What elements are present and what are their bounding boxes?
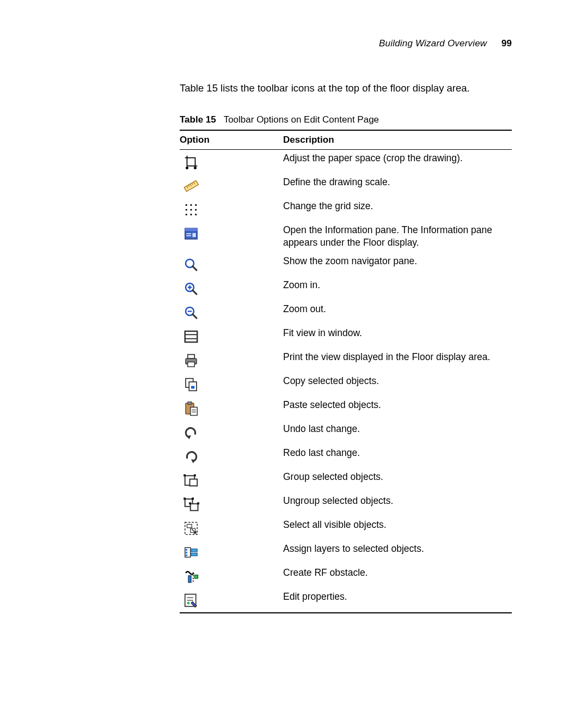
- row-desc: Create RF obstacle.: [283, 564, 512, 588]
- svg-point-0: [186, 167, 188, 169]
- table-row: Edit properties.: [180, 588, 512, 613]
- intro-text: Table 15 lists the toolbar icons at the …: [180, 82, 512, 95]
- table-row: Adjust the paper space (crop the drawing…: [180, 150, 512, 174]
- table-row: Assign layers to selected objects.: [180, 540, 512, 564]
- svg-point-12: [190, 209, 192, 210]
- row-desc: Edit properties.: [283, 588, 512, 613]
- svg-rect-42: [191, 407, 198, 415]
- svg-rect-18: [185, 228, 198, 231]
- svg-rect-61: [186, 549, 187, 550]
- svg-rect-56: [197, 502, 199, 504]
- redo-icon: [183, 448, 199, 465]
- svg-point-14: [186, 214, 187, 215]
- paste-icon: [183, 400, 199, 417]
- table-row: Redo last change.: [180, 445, 512, 468]
- table-row: Change the grid size.: [180, 198, 512, 222]
- zoom-out-icon: [183, 305, 199, 321]
- table-row: Open the Information pane. The Informati…: [180, 222, 512, 253]
- print-icon: [183, 352, 199, 369]
- svg-line-27: [193, 290, 197, 294]
- crop-icon: [183, 154, 199, 170]
- svg-rect-41: [188, 401, 192, 404]
- table-title: Toolbar Options on Edit Content Page: [224, 114, 379, 125]
- svg-rect-36: [188, 362, 195, 367]
- svg-point-15: [190, 214, 192, 215]
- table-row: Show the zoom navigator pane.: [180, 253, 512, 277]
- row-desc: Show the zoom navigator pane.: [283, 253, 512, 277]
- col-header-option: Option: [180, 130, 283, 150]
- svg-line-23: [193, 266, 197, 270]
- svg-point-13: [195, 209, 197, 210]
- copy-icon: [183, 376, 199, 393]
- table-row: Zoom in.: [180, 277, 512, 301]
- select-all-icon: [183, 520, 199, 537]
- row-desc: Redo last change.: [283, 445, 512, 468]
- edit-properties-icon: [183, 592, 199, 608]
- table-row: Print the view displayed in the Floor di…: [180, 349, 512, 373]
- row-desc: Select all visible objects.: [283, 516, 512, 540]
- svg-point-72: [187, 601, 190, 604]
- ungroup-icon: [183, 496, 199, 513]
- col-header-description: Description: [283, 130, 512, 150]
- section-title: Building Wizard Overview: [379, 38, 487, 48]
- ruler-icon: [183, 178, 199, 194]
- row-desc: Paste selected objects.: [283, 397, 512, 421]
- svg-rect-64: [191, 549, 197, 551]
- table-row: Group selected objects.: [180, 468, 512, 492]
- svg-rect-62: [186, 551, 187, 553]
- row-desc: Open the Information pane. The Informati…: [283, 222, 512, 253]
- undo-icon: [183, 424, 199, 441]
- svg-rect-58: [187, 524, 192, 527]
- svg-point-1: [194, 167, 197, 169]
- rf-obstacle-icon: [183, 568, 199, 585]
- running-header: Building Wizard Overview 99: [180, 38, 512, 49]
- row-desc: Change the grid size.: [283, 198, 512, 222]
- fit-view-icon: [183, 328, 199, 345]
- page-number: 99: [501, 38, 512, 48]
- zoom-in-icon: [183, 281, 199, 297]
- svg-rect-53: [183, 497, 186, 500]
- svg-rect-63: [186, 554, 187, 556]
- table-row: Zoom out.: [180, 301, 512, 325]
- svg-point-10: [195, 204, 197, 206]
- svg-point-16: [195, 214, 197, 215]
- zoom-navigator-icon: [183, 257, 199, 273]
- row-desc: Fit view in window.: [283, 325, 512, 349]
- grid-icon: [183, 202, 199, 218]
- svg-rect-55: [189, 502, 191, 504]
- row-desc: Copy selected objects.: [283, 373, 512, 397]
- row-desc: Undo last change.: [283, 421, 512, 445]
- svg-point-11: [186, 209, 187, 210]
- table-row: Copy selected objects.: [180, 373, 512, 397]
- svg-rect-66: [188, 575, 191, 582]
- table-caption: Table 15 Toolbar Options on Edit Content…: [180, 114, 512, 125]
- row-desc: Ungroup selected objects.: [283, 492, 512, 516]
- row-desc: Define the drawing scale.: [283, 174, 512, 198]
- svg-rect-48: [190, 479, 198, 486]
- svg-rect-68: [194, 575, 198, 578]
- svg-rect-21: [193, 233, 196, 238]
- table-row: Define the drawing scale.: [180, 174, 512, 198]
- svg-line-30: [193, 314, 197, 318]
- info-pane-icon: [183, 226, 199, 242]
- svg-rect-49: [183, 474, 186, 476]
- layers-icon: [183, 544, 199, 561]
- table-row: Ungroup selected objects.: [180, 492, 512, 516]
- table-row: Fit view in window.: [180, 325, 512, 349]
- svg-rect-52: [191, 503, 198, 510]
- svg-rect-31: [185, 331, 198, 342]
- svg-point-9: [190, 204, 192, 206]
- svg-rect-65: [191, 553, 197, 556]
- svg-rect-50: [194, 474, 196, 476]
- row-desc: Adjust the paper space (crop the drawing…: [283, 150, 512, 174]
- svg-rect-39: [191, 386, 194, 388]
- group-icon: [183, 472, 199, 489]
- table-row: Create RF obstacle.: [180, 564, 512, 588]
- row-desc: Group selected objects.: [283, 468, 512, 492]
- row-desc: Zoom in.: [283, 277, 512, 301]
- page: Building Wizard Overview 99 Table 15 lis…: [0, 0, 588, 706]
- table-row: Paste selected objects.: [180, 397, 512, 421]
- toolbar-options-table: Option Description: [180, 130, 512, 613]
- row-desc: Print the view displayed in the Floor di…: [283, 349, 512, 373]
- svg-point-8: [186, 204, 187, 206]
